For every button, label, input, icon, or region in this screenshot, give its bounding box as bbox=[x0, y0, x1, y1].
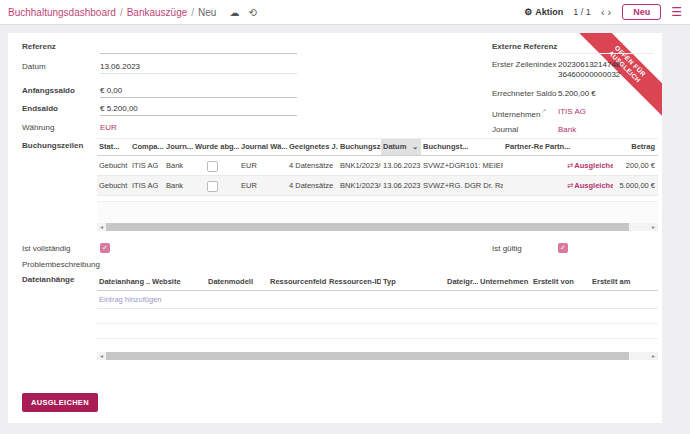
attachments-table: Dateianhang ... Website Datenmodell Ress… bbox=[97, 273, 658, 339]
column-header-journal-waehrung[interactable]: Journal Wä... bbox=[239, 139, 287, 155]
column-header-company[interactable]: Compa... bbox=[130, 139, 164, 155]
column-header-erstellt-von[interactable]: Erstellt von bbox=[531, 273, 590, 290]
referenz-input[interactable] bbox=[100, 42, 297, 54]
ist-vollstaendig-label: Ist vollständig bbox=[22, 244, 70, 253]
attachments-horizontal-scrollbar[interactable]: ◂ ▸ bbox=[97, 352, 658, 360]
waehrung-value[interactable]: EUR bbox=[100, 123, 117, 132]
ist-vollstaendig-checkbox[interactable]: ✓ bbox=[100, 243, 110, 253]
column-header-ressourcenfeld[interactable]: Ressourcenfeld bbox=[268, 273, 327, 290]
zeilenindex-label: Erster Zeilenindex bbox=[492, 60, 556, 69]
endsaldo-label: Endsaldo bbox=[22, 104, 58, 113]
odoo-window: Buchhaltungsdashboard / Bankauszüge / Ne… bbox=[0, 0, 690, 434]
empty-row bbox=[97, 309, 658, 324]
reconciled-checkbox[interactable] bbox=[207, 161, 218, 172]
cell-text: SVWZ+RG. DGR Dr. Ratstätter Gr bbox=[421, 176, 503, 195]
zeilenindex-value-line2: 36460000000032 bbox=[558, 70, 620, 79]
referenz-label: Referenz bbox=[22, 42, 56, 51]
errechneter-saldo-label: Errechneter Saldo bbox=[492, 89, 556, 98]
cell-date: 13.06.2023 bbox=[381, 156, 421, 175]
ausgleichen-button[interactable]: AUSGLEICHEN bbox=[22, 393, 98, 412]
dateianhaenge-label: Dateianhänge bbox=[22, 275, 74, 284]
action-menu[interactable]: ⚙ Aktion bbox=[524, 7, 563, 17]
externe-referenz-input[interactable] bbox=[558, 42, 654, 54]
column-header-buchungszeile[interactable]: Buchungsz... bbox=[338, 139, 381, 155]
discard-icon[interactable]: ⟲ bbox=[248, 7, 256, 18]
column-header-website[interactable]: Website bbox=[150, 273, 206, 290]
column-header-dateigroesse[interactable]: Dateigr... bbox=[445, 273, 478, 290]
statement-lines-header-row: Stat... Compa... Journ... Wurde abg... J… bbox=[97, 138, 658, 156]
gear-icon: ⚙ bbox=[524, 7, 532, 17]
add-line-link[interactable]: Eintrag hinzufügen bbox=[97, 291, 658, 309]
save-cloud-icon[interactable]: ☁ bbox=[229, 7, 239, 18]
journal-label: Journal bbox=[492, 125, 518, 134]
column-header-erstellt-am[interactable]: Erstellt am bbox=[590, 273, 658, 290]
scrollbar-thumb[interactable] bbox=[106, 352, 629, 360]
attachments-header-row: Dateianhang ... Website Datenmodell Ress… bbox=[97, 273, 658, 291]
zeilenindex-value-line1: 20230613214748 bbox=[558, 60, 620, 69]
sort-caret-icon: ⌄ bbox=[412, 139, 418, 155]
errechneter-saldo-value: 5.200,00 € bbox=[558, 89, 596, 98]
column-header-dateianhang[interactable]: Dateianhang ... bbox=[97, 273, 150, 290]
breadcrumb-dashboard[interactable]: Buchhaltungsdashboard bbox=[8, 7, 116, 18]
cell-eligible: 4 Datensätze bbox=[287, 156, 338, 175]
column-header-geeignetes-journal[interactable]: Geeignetes J... bbox=[287, 139, 338, 155]
pager-next-icon[interactable]: › bbox=[608, 6, 613, 18]
breadcrumb-separator: / bbox=[191, 7, 194, 18]
internal-link-icon[interactable]: ↗ bbox=[541, 108, 546, 114]
column-header-datenmodell[interactable]: Datenmodell bbox=[206, 273, 268, 290]
column-header-status[interactable]: Stat... bbox=[97, 139, 130, 155]
cell-entry: BNK1/2023/001 bbox=[338, 176, 381, 195]
buchungszeilen-label: Buchungszeilen bbox=[22, 141, 83, 150]
statement-line-row[interactable]: Gebucht ITIS AG Bank EUR 4 Datensätze BN… bbox=[97, 176, 658, 196]
column-header-typ[interactable]: Typ bbox=[381, 273, 445, 290]
pager-counter: 1 / 1 bbox=[573, 7, 591, 17]
pager-prev-icon[interactable]: ‹ bbox=[601, 6, 606, 18]
unternehmen-value[interactable]: ITIS AG bbox=[558, 107, 586, 116]
reconcile-icon: ⇄ bbox=[567, 161, 573, 170]
cell-journal: Bank bbox=[164, 176, 193, 195]
cell-entry: BNK1/2023/001 bbox=[338, 156, 381, 175]
column-header-buchungstext[interactable]: Buchungst... bbox=[421, 139, 503, 155]
column-header-partner[interactable]: Partn... bbox=[543, 139, 613, 155]
column-header-datum[interactable]: Datum⌄ bbox=[381, 139, 421, 155]
anfangssaldo-label: Anfangssaldo bbox=[22, 86, 75, 95]
cell-currency: EUR bbox=[239, 176, 287, 195]
ist-gueltig-checkbox[interactable]: ✓ bbox=[558, 243, 568, 253]
column-header-partner-referenz[interactable]: Partner-Ref... bbox=[503, 139, 543, 155]
reconcile-button[interactable]: ⇄Ausgleichen bbox=[543, 156, 613, 175]
waehrung-label: Währung bbox=[22, 123, 54, 132]
breadcrumb-bankauszuege[interactable]: Bankauszüge bbox=[127, 7, 188, 18]
column-header-ressourcen-id[interactable]: Ressourcen-ID bbox=[327, 273, 381, 290]
scroll-right-icon[interactable]: ▸ bbox=[649, 352, 658, 360]
column-header-wurde-abgeglichen[interactable]: Wurde abg... bbox=[193, 139, 239, 155]
menu-icon[interactable]: ☰ bbox=[671, 6, 682, 18]
lines-horizontal-scrollbar[interactable]: ◂ ▸ bbox=[97, 223, 658, 231]
scroll-right-icon[interactable]: ▸ bbox=[649, 223, 658, 231]
datum-input[interactable]: 13.06.2023 bbox=[100, 62, 297, 74]
top-navbar: Buchhaltungsdashboard / Bankauszüge / Ne… bbox=[0, 0, 690, 25]
column-header-unternehmen[interactable]: Unternehmen bbox=[478, 273, 531, 290]
journal-value[interactable]: Bank bbox=[558, 125, 576, 134]
scrollbar-thumb[interactable] bbox=[106, 223, 629, 231]
cell-amount: 5.000,00 € bbox=[613, 176, 658, 195]
cell-company: ITIS AG bbox=[130, 156, 164, 175]
ist-gueltig-label: Ist gültig bbox=[492, 244, 522, 253]
statement-line-row[interactable]: Gebucht ITIS AG Bank EUR 4 Datensätze BN… bbox=[97, 156, 658, 176]
scroll-left-icon[interactable]: ◂ bbox=[97, 352, 106, 360]
new-button[interactable]: Neu bbox=[622, 4, 661, 20]
cell-company: ITIS AG bbox=[130, 176, 164, 195]
datum-label: Datum bbox=[22, 62, 46, 71]
reconcile-button[interactable]: ⇄Ausgleichen bbox=[543, 176, 613, 195]
scroll-left-icon[interactable]: ◂ bbox=[97, 223, 106, 231]
endsaldo-input[interactable]: € 5.200,00 bbox=[100, 104, 297, 116]
form-sheet: OFFEN FÜR AUSGLEICH Referenz Datum 13.06… bbox=[8, 33, 662, 423]
empty-row bbox=[97, 324, 658, 339]
cell-status: Gebucht bbox=[97, 156, 130, 175]
action-menu-label: Aktion bbox=[535, 7, 563, 17]
reconciled-checkbox[interactable] bbox=[207, 181, 218, 192]
column-header-journal[interactable]: Journ... bbox=[164, 139, 193, 155]
anfangssaldo-input[interactable]: € 0,00 bbox=[100, 86, 297, 98]
cell-status: Gebucht bbox=[97, 176, 130, 195]
column-header-betrag[interactable]: Betrag bbox=[613, 139, 658, 155]
reconcile-icon: ⇄ bbox=[567, 181, 573, 190]
